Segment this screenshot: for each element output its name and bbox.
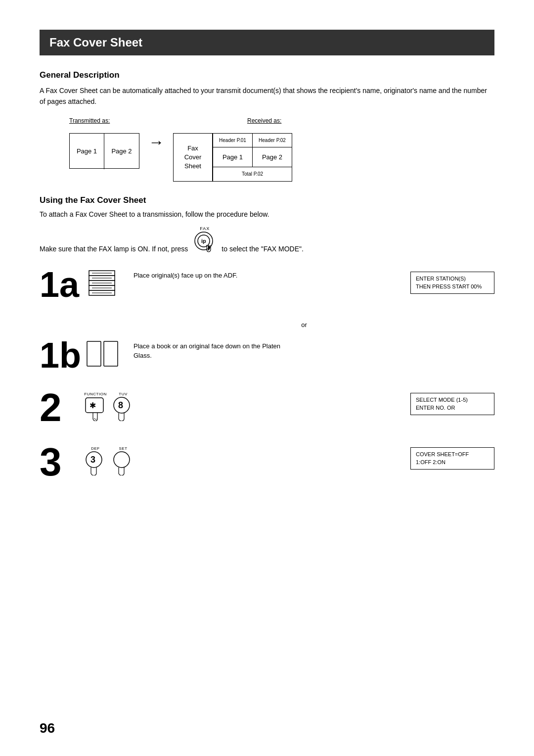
diagram-area: Page 1 Page 2 → Fax Cover Sheet Header P… [69, 133, 494, 182]
function-press: ✱ [84, 396, 107, 421]
svg-rect-13 [87, 341, 101, 366]
title-text: Fax Cover Sheet [49, 36, 142, 49]
platen-book-icon [84, 337, 124, 372]
transmitted-pages: Page 1 Page 2 [69, 133, 139, 169]
fax-press-icon: ip [194, 231, 216, 253]
using-fax-cover-sheet-section: Using the Fax Cover Sheet To attach a Fa… [40, 195, 494, 482]
general-description-heading: General Description [40, 70, 494, 80]
total-cell: Total P.02 [213, 167, 292, 181]
fax-mode-pre: Make sure that the FAX lamp is ON. If no… [40, 245, 188, 253]
rcv-page1: Page 1 [213, 147, 252, 167]
step-3-display: COVER SHEET=OFF 1:OFF 2:ON [410, 447, 494, 470]
function-button: FUNCTION ✱ [84, 392, 107, 421]
step-1b-desc: Place a book or an original face down on… [134, 341, 494, 361]
step-1a-row: 1a Plac [40, 267, 494, 306]
def-button-svg: 3 [84, 451, 107, 475]
fax-mode-post: to select the "FAX MODE". [222, 245, 304, 253]
received-area: Fax Cover Sheet Header P.01 Header P.02 … [173, 133, 292, 182]
arrow: → [139, 133, 173, 151]
received-label: Received as: [247, 117, 281, 124]
page1-cell: Page 1 [70, 134, 104, 169]
step-3-icons: DEF 3 SET [84, 446, 134, 475]
step-2-row: 2 FUNCTION ✱ [40, 388, 494, 427]
svg-text:3: 3 [90, 455, 95, 465]
step-2-number: 2 [40, 388, 84, 427]
tuv-8-button: TUV 8 [112, 392, 134, 421]
rcv-page2: Page 2 [252, 147, 292, 167]
def-press: 3 [84, 451, 107, 475]
fax-label: FAX [200, 226, 210, 231]
received-grid: Header P.01 Header P.02 Page 1 Page 2 To… [213, 133, 292, 182]
tuv-press: 8 [112, 396, 134, 421]
svg-text:8: 8 [118, 400, 123, 410]
header-p01: Header P.01 [213, 134, 252, 147]
general-description-section: General Description A Fax Cover Sheet ca… [40, 70, 494, 182]
adf-document-icon [84, 267, 124, 306]
fax-button-svg: ip [194, 231, 216, 253]
set-button: SET [112, 446, 134, 475]
set-press [112, 451, 134, 475]
fax-button-icon: FAX ip [194, 226, 216, 253]
step-2-display: SELECT MODE (1-5) ENTER NO. OR [410, 393, 494, 415]
set-label: SET [119, 446, 127, 451]
transmitted-label: Transmitted as: [69, 117, 198, 124]
step-1b-icon [84, 337, 124, 372]
step-3-row: 3 DEF 3 SET [40, 442, 494, 482]
or-divider: or [114, 321, 494, 329]
header-p02: Header P.02 [252, 134, 292, 147]
svg-point-21 [114, 452, 130, 468]
step-1b-number: 1b [40, 337, 84, 373]
page2-cell: Page 2 [104, 134, 139, 169]
page-title: Fax Cover Sheet [40, 30, 494, 55]
step-1b-row: 1b Place a book or an original face down… [40, 337, 494, 373]
using-intro: To attach a Fax Cover Sheet to a transmi… [40, 210, 494, 218]
set-button-svg [112, 451, 134, 475]
tuv-button-svg: 8 [112, 396, 134, 421]
svg-rect-14 [104, 341, 118, 366]
page: Fax Cover Sheet General Description A Fa… [0, 0, 534, 756]
diagram-label-row: Transmitted as: Received as: [69, 117, 494, 124]
def-label: DEF [91, 446, 100, 451]
def-3-button: DEF 3 [84, 446, 107, 475]
tuv-label: TUV [119, 392, 128, 396]
step-3-number: 3 [40, 442, 84, 482]
step-1a-icon [84, 267, 124, 306]
function-button-svg: ✱ [84, 396, 107, 421]
step-1a-display: ENTER STATION(S)THEN PRESS START 00% [410, 272, 494, 294]
svg-text:ip: ip [201, 238, 206, 244]
fax-mode-line: Make sure that the FAX lamp is ON. If no… [40, 226, 494, 253]
general-description-text: A Fax Cover Sheet can be automatically a… [40, 85, 494, 107]
step-1a-number: 1a [40, 267, 84, 302]
fax-cover-cell: Fax Cover Sheet [173, 133, 213, 182]
function-label: FUNCTION [84, 392, 106, 396]
using-heading: Using the Fax Cover Sheet [40, 195, 494, 205]
svg-text:✱: ✱ [89, 401, 96, 410]
step-2-icons: FUNCTION ✱ TUV [84, 392, 134, 421]
page-number: 96 [40, 720, 55, 736]
